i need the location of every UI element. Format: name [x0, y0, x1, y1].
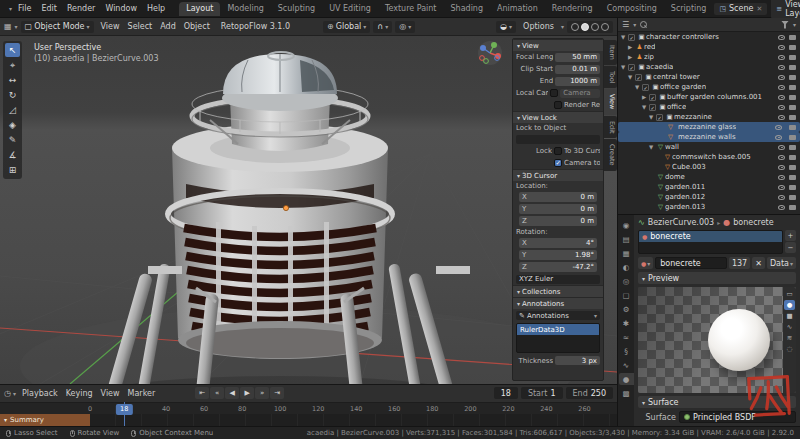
menu-item[interactable]: Window: [100, 2, 142, 15]
retopoflow-menu[interactable]: RetopoFlow 3.1.0: [217, 21, 294, 33]
expand-arrow-icon[interactable]: ▼: [628, 74, 635, 80]
collection-checkbox[interactable]: ✓: [649, 94, 656, 101]
hide-in-viewport-toggle[interactable]: [778, 175, 785, 180]
outliner-item-label[interactable]: zip: [644, 53, 654, 61]
view-layer-selector[interactable]: ≡ View Layer: [771, 0, 800, 19]
disable-in-render-toggle[interactable]: [789, 165, 796, 170]
menu-item[interactable]: Edit: [36, 2, 62, 15]
menu-item[interactable]: Render: [62, 2, 100, 15]
transport-button[interactable]: ◀: [225, 387, 239, 399]
annotation-layer-item[interactable]: RulerData3D: [517, 324, 599, 335]
expand-arrow-icon[interactable]: ▶: [642, 94, 649, 100]
remove-slot-button[interactable]: −: [785, 242, 796, 253]
annotation-layer-list[interactable]: RulerData3D: [516, 323, 600, 353]
workspace-tab[interactable]: Rendering: [545, 2, 600, 16]
current-frame-field[interactable]: 18: [494, 387, 518, 399]
material-users-button[interactable]: 137: [729, 257, 750, 269]
expand-arrow-icon[interactable]: ▼: [649, 114, 656, 120]
outliner-row[interactable]: ▽ mezzanine walls: [618, 132, 800, 142]
preview-shape-button[interactable]: ●: [784, 300, 795, 310]
expand-arrow-icon[interactable]: ▼: [621, 64, 628, 70]
disable-in-render-toggle[interactable]: [789, 185, 796, 190]
workspace-tab[interactable]: Modeling: [220, 2, 270, 16]
disable-in-render-toggle[interactable]: [789, 55, 796, 60]
unlink-material-button[interactable]: ✕: [752, 257, 765, 269]
disable-in-render-toggle[interactable]: [789, 65, 796, 70]
solid-shading-icon[interactable]: [581, 23, 589, 31]
preview-shape-button[interactable]: ≋: [784, 333, 795, 343]
outliner-item-label[interactable]: Cube.003: [672, 163, 706, 171]
editor-type-icon[interactable]: ◷: [4, 389, 11, 398]
annotation-data-dropdown[interactable]: ✎Annotations: [516, 311, 600, 320]
outliner-row[interactable]: ▼ ✓ ▣ central tower: [618, 72, 800, 82]
properties-tab[interactable]: §: [619, 345, 634, 357]
hide-in-viewport-toggle[interactable]: [775, 135, 782, 140]
summary-track[interactable]: [90, 414, 617, 426]
expand-arrow-icon[interactable]: ▶: [628, 54, 635, 60]
timeline-menu-item[interactable]: Playback: [18, 388, 62, 399]
disable-in-render-toggle[interactable]: [789, 205, 796, 210]
transport-button[interactable]: «: [210, 387, 224, 399]
transport-button[interactable]: ▶: [240, 387, 254, 399]
collection-checkbox[interactable]: ✓: [649, 104, 656, 111]
tool-button[interactable]: ↖: [5, 43, 20, 57]
tool-button[interactable]: ◿: [5, 103, 20, 117]
outliner-item-label[interactable]: office garden: [660, 83, 706, 91]
frame-start-field[interactable]: Start1: [521, 387, 563, 399]
properties-tab[interactable]: ▤: [619, 233, 634, 245]
properties-tab[interactable]: ◐: [619, 261, 634, 273]
transport-button[interactable]: »: [255, 387, 269, 399]
render-region-checkbox[interactable]: [554, 101, 562, 109]
overlays-toggle[interactable]: ◒: [496, 21, 516, 33]
hide-in-viewport-toggle[interactable]: [778, 205, 785, 210]
transport-button[interactable]: ⇤: [195, 387, 209, 399]
workspace-tab[interactable]: Scripting: [664, 2, 714, 16]
preview-shape-button[interactable]: ■: [784, 311, 795, 321]
material-slot-item[interactable]: ● bonecrete: [639, 231, 782, 242]
material-slot-list[interactable]: ● bonecrete: [638, 230, 783, 254]
menu-item[interactable]: File: [13, 2, 36, 15]
add-slot-button[interactable]: +: [785, 230, 796, 241]
hide-in-viewport-toggle[interactable]: [778, 115, 785, 120]
viewport-menu-item[interactable]: Object: [180, 21, 214, 33]
disable-in-render-toggle[interactable]: [789, 155, 796, 160]
tool-button[interactable]: ∡: [5, 148, 20, 162]
preview-shape-button[interactable]: ∿: [784, 322, 795, 332]
sidebar-tab[interactable]: Edit: [604, 116, 617, 139]
tool-button[interactable]: ✎: [5, 133, 20, 147]
expand-arrow-icon[interactable]: ▼: [635, 84, 642, 90]
close-icon[interactable]: ✕: [756, 5, 762, 13]
outliner-item-label[interactable]: buffer garden columns.001: [667, 93, 762, 101]
preview-shape-button[interactable]: ◌: [784, 344, 795, 354]
outliner-row[interactable]: ▼ ✓ ▣ character controllers: [618, 32, 800, 42]
outliner-row[interactable]: ▶ ✓ ▣ buffer garden columns.001: [618, 92, 800, 102]
expand-arrow-icon[interactable]: ▶: [628, 44, 635, 50]
sidebar-tab[interactable]: Tool: [604, 66, 617, 89]
hide-in-viewport-toggle[interactable]: [778, 45, 785, 50]
disable-in-render-toggle[interactable]: [789, 195, 796, 200]
breadcrumb-material[interactable]: bonecrete: [733, 218, 773, 227]
euler-dropdown[interactable]: XYZ Euler: [516, 275, 600, 284]
search-icon[interactable]: [640, 21, 647, 28]
proportional-editing-toggle[interactable]: ◎: [395, 21, 415, 33]
outliner-row[interactable]: ▽ Cube.003: [618, 162, 800, 172]
viewport-canvas[interactable]: ↖⌖↔↻◿◈✎∡⊞ User Perspective (10) acaedia …: [0, 36, 617, 384]
outliner-item-label[interactable]: mezzanine glass: [678, 123, 736, 131]
outliner-item-label[interactable]: mezzanine walls: [678, 133, 736, 141]
viewport-menu-item[interactable]: Add: [156, 21, 180, 33]
timeline-menu-item[interactable]: Marker: [124, 388, 160, 399]
properties-tab[interactable]: ⚙: [619, 303, 634, 315]
timeline-menu-item[interactable]: View: [97, 388, 124, 399]
collection-checkbox[interactable]: ✓: [628, 34, 635, 41]
tool-button[interactable]: ↻: [5, 88, 20, 102]
workspace-tab[interactable]: Compositing: [600, 2, 664, 16]
outliner-row[interactable]: ▽ dome: [618, 172, 800, 182]
hide-in-viewport-toggle[interactable]: [778, 165, 785, 170]
cursor-rot-z-field[interactable]: Z-47.2°: [519, 262, 597, 272]
outliner-row[interactable]: ▼ ✓ ▣ acaedia: [618, 62, 800, 72]
cursor-rot-x-field[interactable]: X4°: [519, 238, 597, 248]
workspace-tab[interactable]: UV Editing: [322, 2, 378, 16]
rendered-shading-icon[interactable]: [601, 23, 609, 31]
preview-panel-header[interactable]: Preview: [638, 272, 796, 284]
hide-in-viewport-toggle[interactable]: [778, 75, 785, 80]
